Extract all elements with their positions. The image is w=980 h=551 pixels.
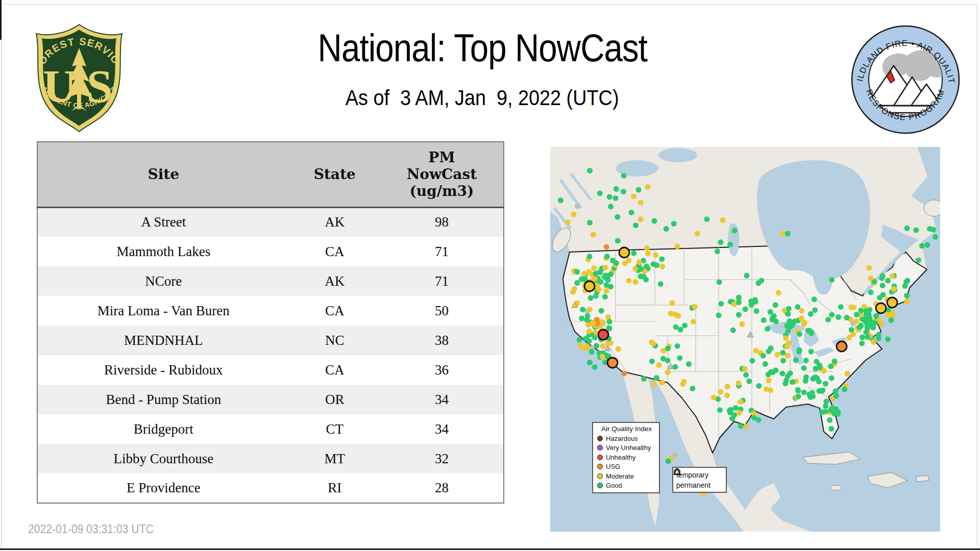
aqi-site-dot — [803, 374, 809, 380]
cell-site: Bend - Pump Station — [37, 385, 289, 414]
column-header-pm: PM NowCast (ug/m3) — [380, 142, 504, 207]
aqi-site-dot — [748, 302, 754, 308]
aqi-site-dot — [593, 293, 599, 299]
aqi-site-dot — [629, 210, 634, 215]
cell-site: Mammoth Lakes — [37, 237, 289, 266]
aqi-site-dot — [799, 315, 804, 321]
aqi-site-dot — [575, 204, 580, 209]
aqi-site-dot — [888, 317, 894, 323]
aqi-site-dot — [718, 301, 724, 307]
table-row: A StreetAK98 — [37, 207, 504, 237]
window-frame-top — [4, 4, 977, 5]
aqi-site-dot — [859, 341, 865, 346]
aqi-site-dot — [727, 408, 732, 413]
aqi-site-dot — [744, 273, 749, 279]
aqi-site-dot — [600, 343, 606, 349]
aqi-legend-label: USG — [606, 463, 620, 470]
window-frame-left-lower — [1, 40, 2, 549]
aqi-site-dot — [919, 243, 925, 248]
aqi-site-dot — [633, 222, 639, 228]
aqi-site-dot — [605, 273, 610, 279]
cell-site: Bridgeport — [37, 414, 289, 444]
table-row: E ProvidenceRI28 — [37, 473, 504, 503]
aqi-site-dot — [829, 312, 835, 317]
aqi-site-dot — [665, 358, 671, 363]
very_unhealthy-swatch-icon — [597, 445, 603, 450]
aqi-site-dot — [853, 318, 859, 324]
aqi-site-dot — [865, 325, 870, 331]
aqi-site-dot — [626, 278, 631, 284]
aqi-site-dot — [916, 258, 921, 263]
aqi-site-dot — [579, 315, 584, 321]
aqi-site-dot — [827, 417, 832, 423]
report-page: FOREST SERVICE U S DEPARTMENT OF AGRICUL… — [0, 0, 980, 551]
aqi-site-dot — [891, 286, 897, 292]
table-row: MENDNHALNC38 — [37, 325, 504, 355]
aqi-site-dot — [644, 245, 650, 251]
aqi-site-dot — [718, 389, 723, 395]
aqi-site-dot — [832, 359, 838, 364]
aqi-site-dot — [885, 337, 891, 342]
aqi-site-dot — [738, 423, 744, 429]
aqi-site-dot — [665, 345, 671, 351]
aqi-site-dot — [885, 312, 891, 318]
aqi-legend-label: Moderate — [606, 472, 634, 480]
aqi-legend-label: Hazardous — [606, 435, 638, 442]
aqi-site-dot — [638, 200, 644, 206]
aqi-site-dot — [795, 387, 801, 393]
cell-site: NCore — [37, 266, 289, 296]
aqi-site-dot — [873, 313, 879, 319]
aqi-site-dot — [797, 331, 802, 337]
aqi-legend-item: Very Unhealthy — [597, 443, 656, 453]
top-nowcast-table: SiteStatePM NowCast (ug/m3) A StreetAK98… — [37, 141, 504, 504]
aqi-site-dot — [711, 395, 717, 400]
table-row: Bend - Pump StationOR34 — [37, 385, 504, 414]
aqi-site-dot — [797, 347, 802, 353]
aqi-site-dot — [668, 311, 673, 316]
aqi-site-dot — [586, 338, 592, 344]
cell-site: Riverside - Rubidoux — [37, 355, 289, 385]
aqi-site-dot — [753, 348, 759, 354]
aqi-site-dot — [779, 371, 785, 377]
aqi-site-dot — [615, 214, 620, 220]
aqi-site-dot — [725, 384, 730, 389]
aqi-site-dot — [592, 364, 598, 370]
aqi-site-dot — [621, 189, 626, 194]
aqi-site-dot — [785, 311, 791, 317]
aqi-site-dot — [737, 410, 742, 416]
aqi-site-dot — [666, 459, 671, 464]
highlighted-site-e-providence — [887, 297, 897, 308]
aqi-site-dot — [865, 334, 870, 340]
aqi-site-dot — [743, 307, 748, 312]
aqi-site-dot — [904, 226, 910, 231]
aqi-site-dot — [659, 380, 665, 385]
aqi-site-dot — [933, 234, 938, 240]
triangle-marker-icon — [673, 468, 681, 475]
aqi-site-dot — [603, 288, 609, 294]
aqi-site-dot — [641, 274, 647, 280]
aqi-site-dot — [763, 361, 768, 367]
page-title: National: Top NowCast — [133, 26, 832, 70]
table-row: NCoreAK71 — [37, 266, 504, 296]
cell-state: CT — [289, 414, 380, 444]
aqi-site-dot — [848, 305, 854, 310]
aqi-site-dot — [717, 407, 723, 413]
aqi-site-dot — [868, 276, 874, 281]
aqi-site-dot — [761, 317, 767, 323]
aqi-site-dot — [733, 405, 739, 411]
aqi-site-dot — [743, 372, 749, 378]
aqi-site-dot — [730, 328, 736, 333]
aqi-site-dot — [736, 299, 742, 305]
aqi-site-dot — [636, 187, 642, 193]
marker-legend-label: permanent — [676, 481, 710, 489]
aqi-site-dot — [718, 239, 723, 245]
aqi-site-dot — [903, 280, 909, 285]
aqi-site-dot — [631, 251, 636, 256]
aqi-site-dot — [597, 190, 603, 196]
aqi-site-dot — [736, 380, 741, 386]
unhealthy-swatch-icon — [597, 455, 603, 460]
aqi-site-dot — [594, 317, 600, 322]
column-header-state: State — [289, 142, 380, 207]
cell-pm: 34 — [380, 385, 504, 414]
cell-site: A Street — [37, 207, 289, 237]
